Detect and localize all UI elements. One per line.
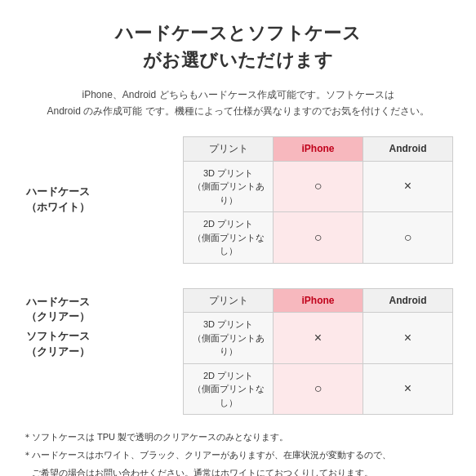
- table1-row2-print: 2D プリント （側面プリントなし）: [184, 212, 274, 264]
- table1-row1-android: ×: [363, 161, 453, 212]
- col-print-header-2: プリント: [184, 288, 274, 313]
- col-print-header-1: プリント: [184, 136, 274, 161]
- note-3: ご希望の場合はお問い合わせください。通常はホワイトにておつくりしております。: [23, 465, 453, 476]
- table-section-1: ハードケース （ホワイト） プリント iPhone Android 3D プリン…: [23, 136, 453, 264]
- col-android-header-1: Android: [363, 136, 453, 161]
- page-container: ハードケースとソフトケース がお選びいただけます iPhone、Android …: [0, 0, 476, 476]
- col-android-header-2: Android: [363, 288, 453, 313]
- notes-section: ＊ソフトケースは TPU 製で透明のクリアケースのみとなります。 ＊ハードケース…: [23, 429, 453, 476]
- table-2: ハードケース （クリアー） ソフトケース （クリアー） プリント iPhone …: [23, 288, 453, 416]
- note-2: ＊ハードケースはホワイト、ブラック、クリアーがありますが、在庫状況が変動するので…: [23, 447, 453, 464]
- note-1: ＊ソフトケースは TPU 製で透明のクリアケースのみとなります。: [23, 429, 453, 446]
- table1-row1-iphone: ○: [274, 161, 363, 212]
- table2-row1-iphone: ×: [274, 313, 363, 364]
- col-iphone-header-1: iPhone: [274, 136, 363, 161]
- table2-row1-android: ×: [363, 313, 453, 364]
- row-header-1: ハードケース （ホワイト）: [23, 136, 184, 263]
- table2-row2-android: ×: [363, 363, 453, 415]
- table1-row2-android: ○: [363, 212, 453, 264]
- col-iphone-header-2: iPhone: [274, 288, 363, 313]
- table1-row1-print: 3D プリント （側面プリントあり）: [184, 161, 274, 212]
- page-subtitle: iPhone、Android どちらもハードケース作成可能です。ソフトケースは …: [23, 87, 453, 120]
- table-1: ハードケース （ホワイト） プリント iPhone Android 3D プリン…: [23, 136, 453, 264]
- table2-row2-iphone: ○: [274, 363, 363, 415]
- table-section-2: ハードケース （クリアー） ソフトケース （クリアー） プリント iPhone …: [23, 288, 453, 416]
- page-title: ハードケースとソフトケース がお選びいただけます: [23, 20, 453, 73]
- table2-row2-print: 2D プリント （側面プリントなし）: [184, 363, 274, 415]
- table1-row2-iphone: ○: [274, 212, 363, 264]
- row-header-2: ハードケース （クリアー） ソフトケース （クリアー）: [23, 288, 184, 415]
- table2-row1-print: 3D プリント （側面プリントあり）: [184, 313, 274, 364]
